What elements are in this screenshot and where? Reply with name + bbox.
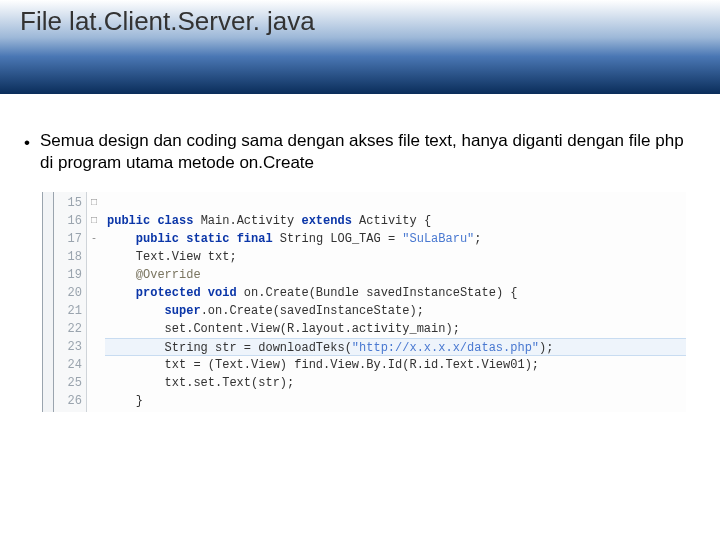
line-number: 17 bbox=[54, 230, 82, 248]
line-number: 18 bbox=[54, 248, 82, 266]
line-number: 20 bbox=[54, 284, 82, 302]
code-line bbox=[105, 194, 686, 212]
line-number: 16 bbox=[54, 212, 82, 230]
code-line: public class Main.Activity extends Activ… bbox=[105, 212, 686, 230]
line-number: 24 bbox=[54, 356, 82, 374]
code-line: public static final String LOG_TAG = "Su… bbox=[105, 230, 686, 248]
line-number: 22 bbox=[54, 320, 82, 338]
line-number: 19 bbox=[54, 266, 82, 284]
code-block: 151617181920212223242526 □□- public clas… bbox=[42, 192, 686, 412]
fold-marker: - bbox=[87, 230, 101, 248]
slide-title: File lat.Client.Server. java bbox=[20, 6, 315, 37]
line-number: 26 bbox=[54, 392, 82, 410]
fold-marker: □ bbox=[87, 194, 101, 212]
code-line: String str = downloadTeks("http://x.x.x.… bbox=[105, 338, 686, 356]
bullet-text: Semua design dan coding sama dengan akse… bbox=[40, 130, 696, 174]
line-number: 21 bbox=[54, 302, 82, 320]
line-number: 15 bbox=[54, 194, 82, 212]
fold-column: □□- bbox=[87, 192, 101, 412]
code-line: Text.View txt; bbox=[105, 248, 686, 266]
line-number-gutter: 151617181920212223242526 bbox=[54, 192, 87, 412]
bullet-item: • Semua design dan coding sama dengan ak… bbox=[24, 130, 696, 174]
code-line: } bbox=[105, 392, 686, 410]
code-line: set.Content.View(R.layout.activity_main)… bbox=[105, 320, 686, 338]
code-line: protected void on.Create(Bundle savedIns… bbox=[105, 284, 686, 302]
line-number: 25 bbox=[54, 374, 82, 392]
code-lines: public class Main.Activity extends Activ… bbox=[101, 192, 686, 412]
slide-body: • Semua design dan coding sama dengan ak… bbox=[0, 94, 720, 412]
bullet-marker: • bbox=[24, 130, 40, 174]
slide-header: File lat.Client.Server. java bbox=[0, 0, 720, 94]
line-number: 23 bbox=[54, 338, 82, 356]
code-line: super.on.Create(savedInstanceState); bbox=[105, 302, 686, 320]
code-line: txt.set.Text(str); bbox=[105, 374, 686, 392]
fold-marker: □ bbox=[87, 212, 101, 230]
code-line: txt = (Text.View) find.View.By.Id(R.id.T… bbox=[105, 356, 686, 374]
code-line: @Override bbox=[105, 266, 686, 284]
fold-margin bbox=[42, 192, 54, 412]
